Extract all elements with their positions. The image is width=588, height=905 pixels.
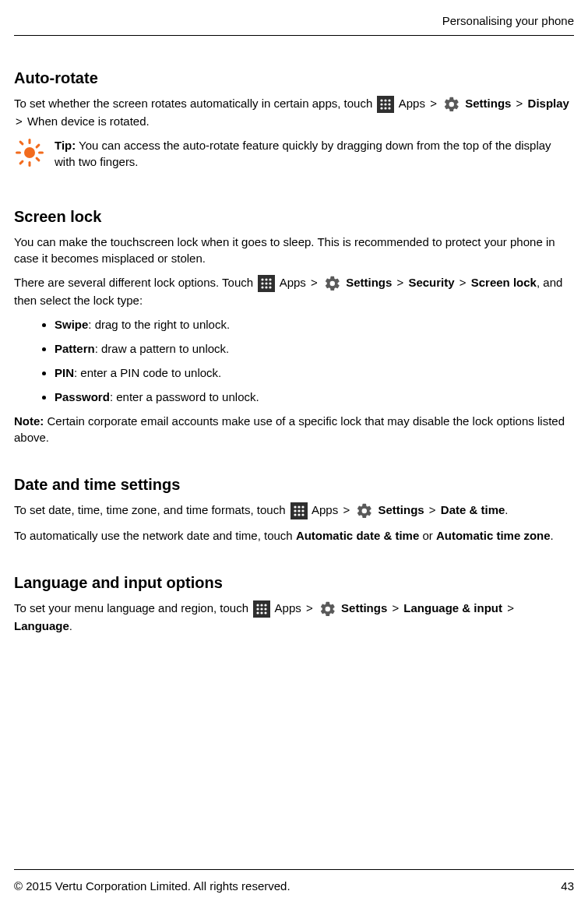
lock-type-name: PIN bbox=[55, 366, 74, 379]
screen-lock-intro: You can make the touchscreen lock when i… bbox=[14, 234, 574, 266]
heading-language: Language and input options bbox=[14, 572, 574, 593]
lock-type-name: Password bbox=[55, 390, 110, 403]
separator: > bbox=[343, 503, 350, 516]
svg-point-3 bbox=[381, 103, 383, 105]
security-label: Security bbox=[408, 276, 454, 289]
separator: > bbox=[429, 503, 436, 516]
svg-point-19 bbox=[266, 278, 268, 280]
apps-label: Apps bbox=[280, 276, 306, 289]
apps-label: Apps bbox=[399, 97, 425, 110]
svg-rect-14 bbox=[19, 140, 24, 146]
svg-rect-15 bbox=[35, 157, 40, 162]
svg-point-18 bbox=[262, 278, 264, 280]
auto-rotate-path: To set whether the screen rotates automa… bbox=[14, 95, 574, 129]
note-text: Certain corporate email accounts make us… bbox=[14, 414, 565, 444]
page-number: 43 bbox=[561, 878, 574, 894]
lock-type-name: Swipe bbox=[55, 318, 88, 331]
lock-type-name: Pattern bbox=[55, 342, 95, 355]
svg-point-5 bbox=[389, 103, 391, 105]
separator: > bbox=[507, 601, 514, 614]
page-header-title: Personalising your phone bbox=[14, 12, 574, 29]
svg-point-40 bbox=[261, 608, 263, 611]
svg-point-8 bbox=[389, 107, 391, 109]
separator: > bbox=[459, 276, 467, 289]
svg-point-38 bbox=[265, 604, 267, 607]
text: or bbox=[419, 529, 436, 542]
svg-point-42 bbox=[257, 612, 259, 614]
svg-point-43 bbox=[261, 612, 263, 614]
apps-icon bbox=[377, 96, 394, 113]
text: . bbox=[505, 503, 508, 516]
apps-label: Apps bbox=[275, 601, 301, 614]
separator: > bbox=[392, 601, 399, 614]
svg-point-21 bbox=[262, 282, 264, 284]
text: To set whether the screen rotates automa… bbox=[14, 97, 375, 110]
settings-label: Settings bbox=[465, 97, 511, 110]
list-item: Password: enter a password to unlock. bbox=[55, 389, 574, 405]
svg-rect-11 bbox=[29, 161, 31, 167]
svg-point-36 bbox=[257, 604, 259, 607]
svg-point-28 bbox=[298, 505, 300, 508]
svg-point-35 bbox=[301, 513, 304, 516]
svg-rect-12 bbox=[16, 152, 21, 154]
footer-divider bbox=[14, 869, 574, 870]
lang-input-label: Language & input bbox=[403, 601, 502, 614]
list-item: PIN: enter a PIN code to unlock. bbox=[55, 364, 574, 381]
svg-point-30 bbox=[294, 509, 296, 512]
tip-text: Tip: You can access the auto-rotate feat… bbox=[55, 137, 574, 170]
svg-point-7 bbox=[385, 107, 387, 109]
date-time-auto: To automatically use the network date an… bbox=[14, 527, 574, 544]
settings-icon bbox=[324, 275, 341, 292]
svg-rect-17 bbox=[19, 160, 24, 165]
note-block: Note: Certain corporate email accounts m… bbox=[14, 413, 574, 445]
language-path: To set your menu language and region, to… bbox=[14, 600, 574, 634]
text: When device is rotated. bbox=[27, 114, 150, 128]
separator: > bbox=[430, 97, 437, 110]
apps-icon bbox=[253, 600, 270, 618]
lock-type-desc: : enter a password to unlock. bbox=[110, 390, 259, 403]
separator: > bbox=[16, 114, 23, 128]
svg-point-4 bbox=[385, 103, 387, 105]
text: There are several different lock options… bbox=[14, 276, 256, 289]
svg-point-44 bbox=[265, 612, 267, 614]
page-footer: © 2015 Vertu Corporation Limited. All ri… bbox=[0, 869, 588, 894]
svg-point-32 bbox=[301, 509, 304, 512]
lock-types-list: Swipe: drag to the right to unlock. Patt… bbox=[14, 316, 574, 405]
apps-label: Apps bbox=[312, 503, 338, 516]
separator: > bbox=[396, 276, 403, 289]
svg-point-23 bbox=[269, 282, 272, 284]
screen-lock-label: Screen lock bbox=[471, 276, 537, 289]
date-time-label: Date & time bbox=[441, 503, 505, 516]
display-label: Display bbox=[528, 97, 569, 110]
auto-tz-label: Automatic time zone bbox=[436, 529, 551, 542]
text: You can access the auto-rotate feature q… bbox=[55, 139, 551, 168]
heading-auto-rotate: Auto-rotate bbox=[14, 67, 574, 89]
svg-point-27 bbox=[294, 505, 296, 508]
tip-label: Tip: bbox=[55, 139, 76, 152]
svg-point-41 bbox=[265, 608, 267, 611]
list-item: Pattern: draw a pattern to unlock. bbox=[55, 340, 574, 357]
svg-point-39 bbox=[257, 608, 259, 611]
settings-label: Settings bbox=[341, 601, 387, 614]
svg-point-29 bbox=[301, 505, 304, 508]
separator: > bbox=[516, 97, 523, 110]
settings-icon bbox=[356, 502, 373, 519]
svg-point-25 bbox=[266, 286, 268, 288]
svg-point-34 bbox=[298, 513, 300, 516]
text: To set your menu language and region, to… bbox=[14, 601, 252, 614]
list-item: Swipe: drag to the right to unlock. bbox=[55, 316, 574, 333]
apps-icon bbox=[290, 502, 308, 519]
lock-type-desc: : enter a PIN code to unlock. bbox=[74, 366, 221, 379]
settings-label: Settings bbox=[346, 276, 392, 289]
separator: > bbox=[311, 276, 318, 289]
svg-point-24 bbox=[262, 286, 264, 288]
svg-point-20 bbox=[269, 278, 272, 280]
svg-rect-16 bbox=[35, 143, 40, 149]
svg-point-37 bbox=[261, 604, 263, 607]
settings-icon bbox=[443, 96, 460, 113]
svg-rect-13 bbox=[38, 152, 44, 154]
screen-lock-path: There are several different lock options… bbox=[14, 274, 574, 308]
lock-type-desc: : draw a pattern to unlock. bbox=[95, 342, 230, 355]
text: . bbox=[551, 529, 554, 542]
apps-icon bbox=[258, 275, 275, 292]
